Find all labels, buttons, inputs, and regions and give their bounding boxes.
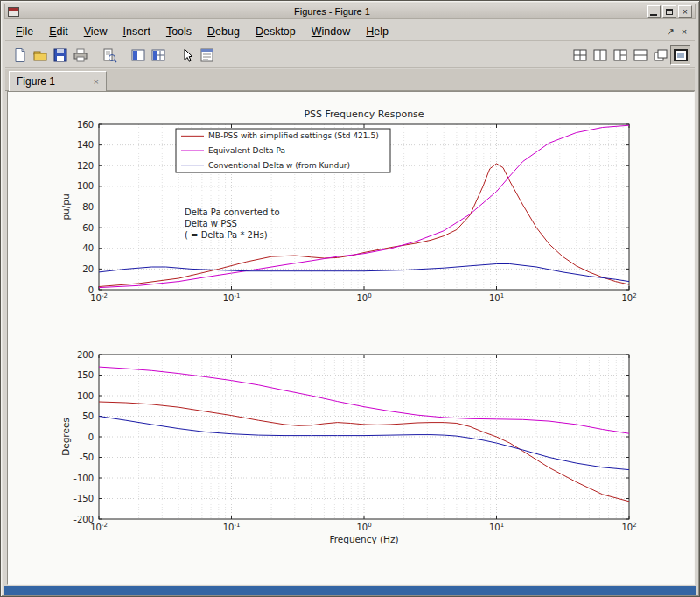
x-tick-label: 100 <box>356 522 371 532</box>
print-button[interactable] <box>70 45 90 65</box>
save-figure-button[interactable] <box>50 45 70 65</box>
annotation-text: ( = Delta Pa * 2Hs) <box>185 230 268 240</box>
open-file-button[interactable] <box>30 45 50 65</box>
y-tick-label: 100 <box>77 181 94 191</box>
hide-plot-tools-icon <box>130 47 146 63</box>
legend-entry: Equivalent Delta Pa <box>208 146 285 155</box>
maximize-button[interactable] <box>662 5 676 18</box>
tile-horizontal-icon <box>634 49 648 61</box>
y-tick-label: 80 <box>82 202 94 212</box>
property-editor-icon <box>200 47 215 63</box>
menu-debug[interactable]: Debug <box>202 24 245 39</box>
menu-bar: FileEditViewInsertToolsDebugDesktopWindo… <box>5 22 695 41</box>
menu-desktop[interactable]: Desktop <box>250 24 301 39</box>
menu-tools[interactable]: Tools <box>161 24 197 39</box>
print-preview-icon <box>102 47 117 63</box>
y-tick-label: 120 <box>77 161 94 171</box>
edit-plot-button[interactable] <box>177 45 197 65</box>
y-tick-label: -100 <box>74 474 94 483</box>
arrow-cursor-icon <box>179 47 195 63</box>
y-tick-label: 20 <box>82 264 94 274</box>
tab-bar: Figure 1 × <box>5 69 695 91</box>
maximize-view-icon <box>674 49 688 61</box>
print-preview-button[interactable] <box>99 45 119 65</box>
y-tick-label: -150 <box>74 494 94 503</box>
menu-insert[interactable]: Insert <box>118 24 156 39</box>
y-tick-label: 40 <box>82 243 94 253</box>
figures-window: Figures - Figure 1 × FileEditViewInsertT… <box>0 0 700 597</box>
tile-float-button[interactable] <box>650 45 670 65</box>
title-bar[interactable]: Figures - Figure 1 × <box>4 4 696 19</box>
printer-icon <box>73 47 88 63</box>
y-tick-label: 0 <box>88 432 94 442</box>
x-tick-label: 100 <box>356 292 371 303</box>
save-icon <box>52 47 68 63</box>
tile-grid-button[interactable] <box>570 45 590 65</box>
tile-vertical-icon <box>593 49 607 61</box>
tile-float-icon <box>654 49 668 61</box>
x-tick-label: 102 <box>621 292 636 303</box>
minimize-icon <box>650 14 657 16</box>
close-button[interactable]: × <box>678 5 692 18</box>
new-figure-icon <box>12 47 28 63</box>
magnitude-plot: 10-210-1100101102020406080100120140160PS… <box>60 109 637 303</box>
x-tick-label: 10-1 <box>223 292 241 303</box>
figure-canvas[interactable]: 10-210-1100101102020406080100120140160PS… <box>7 91 695 585</box>
annotation-text: Delta Pa converted to <box>185 207 280 217</box>
maximize-view-button[interactable] <box>670 45 690 65</box>
tile-left-button[interactable] <box>610 45 630 65</box>
minimize-button[interactable] <box>647 5 661 18</box>
hide-plot-tools-button[interactable] <box>128 45 148 65</box>
tile-left-icon <box>613 49 627 61</box>
y-tick-label: -200 <box>74 515 94 524</box>
toolbar <box>5 42 695 68</box>
y-tick-label: 200 <box>77 350 94 360</box>
x-tick-label: 10-1 <box>223 522 241 532</box>
window-title: Figures - Figure 1 <box>19 6 645 17</box>
toolbar-separator <box>90 54 99 55</box>
y-axis-label: pu/pu <box>60 193 71 220</box>
tab-close-icon[interactable]: × <box>94 76 99 87</box>
x-tick-label: 101 <box>489 522 504 532</box>
new-figure-button[interactable] <box>10 45 30 65</box>
x-tick-label: 102 <box>621 522 636 532</box>
legend-entry: Conventional Delta w (from Kundur) <box>208 161 350 170</box>
menu-view[interactable]: View <box>79 24 113 39</box>
y-tick-label: 60 <box>82 223 94 233</box>
tile-vertical-button[interactable] <box>590 45 610 65</box>
x-axis-label: Frequency (Hz) <box>329 534 398 544</box>
screen: { "window": { "title": "Figures - Figure… <box>0 0 700 597</box>
menu-window[interactable]: Window <box>306 24 355 39</box>
tab-figure-1[interactable]: Figure 1 × <box>9 71 107 91</box>
tile-horizontal-button[interactable] <box>630 45 650 65</box>
toolbar-separator <box>119 54 128 55</box>
tab-label: Figure 1 <box>17 75 94 88</box>
y-tick-label: -50 <box>80 453 94 462</box>
panel-close-icon[interactable]: × <box>677 25 691 39</box>
menu-bar-items: FileEditViewInsertToolsDebugDesktopWindo… <box>10 24 399 39</box>
desktop-status-strip <box>4 586 696 595</box>
y-axis-label: Degrees <box>60 418 71 456</box>
plot-title: PSS Frequency Response <box>304 109 424 120</box>
legend-entry: MB-PSS with simplified settings (Std 421… <box>208 131 379 140</box>
annotation-text: Delta w PSS <box>185 219 237 228</box>
tile-grid-icon <box>573 49 587 61</box>
x-tick-label: 101 <box>489 292 504 303</box>
y-tick-label: 140 <box>77 140 94 150</box>
y-tick-label: 50 <box>82 411 94 421</box>
undock-icon[interactable]: ↗ <box>663 25 677 39</box>
menu-edit[interactable]: Edit <box>44 24 74 39</box>
toolbar-separator <box>168 54 177 55</box>
open-folder-icon <box>32 47 48 63</box>
y-tick-label: 160 <box>77 120 94 130</box>
menu-help[interactable]: Help <box>360 24 394 39</box>
close-icon: × <box>682 7 688 17</box>
menu-bar-right: ↗ × <box>663 22 691 41</box>
y-tick-label: 100 <box>77 391 94 401</box>
figure-svg: 10-210-1100101102020406080100120140160PS… <box>8 92 694 584</box>
window-icon <box>8 7 19 17</box>
y-tick-label: 150 <box>77 370 94 380</box>
menu-file[interactable]: File <box>10 24 38 39</box>
property-editor-button[interactable] <box>197 45 217 65</box>
show-plot-tools-button[interactable] <box>148 45 168 65</box>
